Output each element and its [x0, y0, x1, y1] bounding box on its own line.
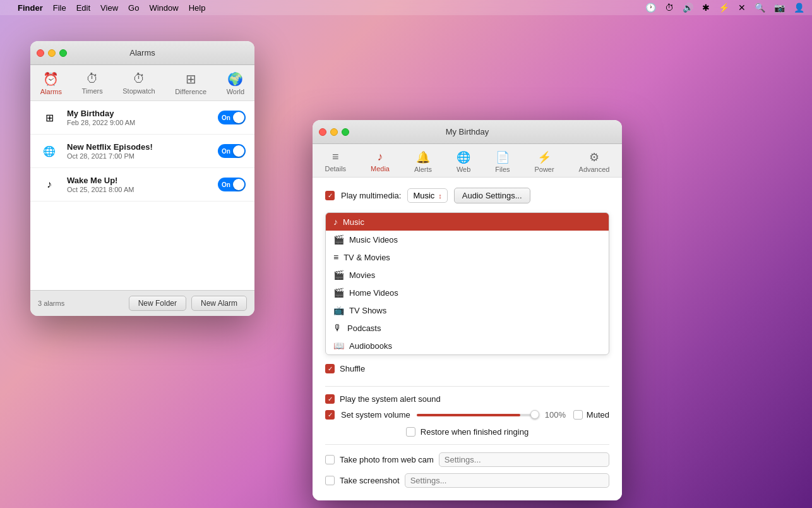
play-alert-checkbox[interactable]: ✓	[325, 394, 335, 404]
tab-files[interactable]: 📄 Files	[489, 149, 516, 174]
podcasts-label: Podcasts	[347, 324, 381, 333]
webcam-settings-field[interactable]	[439, 452, 609, 467]
list-item[interactable]: ≡ TV & Movies	[326, 248, 609, 266]
alarm-info: My Birthday Feb 28, 2022 9:00 AM	[67, 109, 210, 126]
new-folder-button[interactable]: New Folder	[129, 296, 186, 311]
tab-details[interactable]: ≡ Details	[318, 149, 352, 174]
menubar-finder[interactable]: Finder	[18, 3, 43, 13]
movies-label: Movies	[349, 270, 375, 280]
birthday-content: ✓ Play multimedia: Music ↕ Audio Setting…	[313, 178, 622, 500]
alarm-toggle-2[interactable]: On	[218, 178, 246, 191]
menubar-go[interactable]: Go	[128, 3, 139, 13]
volume-fill	[417, 414, 520, 416]
menubar-edit[interactable]: Edit	[76, 3, 90, 13]
audio-settings-button[interactable]: Audio Settings...	[454, 188, 530, 203]
volume-checkbox[interactable]: ✓	[325, 410, 335, 420]
alarm-info: New Netflix Episodes! Oct 28, 2021 7:00 …	[67, 142, 210, 160]
tab-advanced[interactable]: ⚙ Advanced	[573, 149, 616, 174]
screenshot-settings-field[interactable]	[405, 473, 609, 488]
alarm-music-icon: ♪	[39, 174, 59, 195]
alarms-title: Alarms	[129, 48, 155, 57]
media-type-dropdown[interactable]: Music ↕	[407, 188, 447, 203]
stopwatch-label: Stopwatch	[122, 87, 155, 95]
webcam-row: Take photo from web cam	[325, 452, 609, 467]
restore-checkbox[interactable]	[406, 427, 415, 437]
timer-icon: ⏱	[665, 3, 674, 13]
webcam-checkbox[interactable]	[325, 455, 335, 464]
alarm-toggle-1[interactable]: On	[218, 144, 246, 158]
table-row[interactable]: ♪ Wake Me Up! Oct 25, 2021 8:00 AM On	[30, 168, 254, 202]
audiobooks-icon: 📖	[333, 341, 344, 351]
new-alarm-button[interactable]: New Alarm	[191, 296, 247, 311]
toolbar-world[interactable]: 🌍 World	[222, 70, 250, 97]
list-item[interactable]: 📺 TV Shows	[326, 301, 609, 319]
menubar-view[interactable]: View	[100, 3, 118, 13]
tab-alerts[interactable]: 🔔 Alerts	[408, 149, 438, 174]
list-item[interactable]: 🎬 Movies	[326, 266, 609, 284]
alarm-info: Wake Me Up! Oct 25, 2021 8:00 AM	[67, 176, 210, 193]
list-item[interactable]: 📖 Audiobooks	[326, 337, 609, 354]
toolbar-stopwatch[interactable]: ⏱ Stopwatch	[117, 70, 160, 97]
toggle-knob	[233, 179, 244, 190]
volume-track	[417, 414, 539, 416]
search-icon[interactable]: 🔍	[755, 3, 765, 13]
alarms-icon: ⏰	[43, 71, 59, 87]
home-videos-label: Home Videos	[349, 288, 398, 298]
alarm-toggle-0[interactable]: On	[218, 111, 246, 124]
birthday-traffic-lights	[319, 128, 349, 136]
alarm-date: Oct 28, 2021 7:00 PM	[67, 152, 210, 160]
alerts-icon: 🔔	[416, 150, 430, 164]
tab-media[interactable]: ♪ Media	[364, 149, 396, 174]
list-item[interactable]: 🎬 Music Videos	[326, 231, 609, 248]
list-item[interactable]: ♪ Music	[326, 213, 609, 231]
volume-label: Set system volume	[341, 410, 410, 420]
muted-checkbox[interactable]	[573, 410, 583, 420]
toolbar-difference[interactable]: ⊞ Difference	[170, 70, 212, 97]
files-label: Files	[495, 166, 510, 173]
birthday-maximize-button[interactable]	[342, 128, 349, 136]
volume-icon[interactable]: 🔊	[683, 3, 693, 13]
difference-icon: ⊞	[186, 71, 196, 87]
restore-row: Restore when finished ringing	[325, 427, 609, 437]
shuffle-checkbox[interactable]: ✓	[325, 364, 335, 373]
screenshot-row: Take screenshot	[325, 473, 609, 488]
alarm-list: ⊞ My Birthday Feb 28, 2022 9:00 AM On 🌐 …	[30, 101, 254, 290]
list-item[interactable]: 🎬 Home Videos	[326, 284, 609, 301]
menubar-window[interactable]: Window	[149, 3, 178, 13]
volume-row: ✓ Set system volume 100% Muted	[325, 410, 609, 420]
advanced-icon: ⚙	[589, 150, 599, 164]
media-options-list: ♪ Music 🎬 Music Videos ≡ TV & Movies 🎬 M…	[325, 212, 609, 355]
list-item[interactable]: 🎙 Podcasts	[326, 319, 609, 337]
table-row[interactable]: ⊞ My Birthday Feb 28, 2022 9:00 AM On	[30, 101, 254, 135]
audiobooks-label: Audiobooks	[349, 341, 392, 351]
music-icon: ♪	[333, 217, 338, 227]
stopwatch-icon: ⏱	[133, 71, 145, 86]
tab-web[interactable]: 🌐 Web	[450, 149, 477, 174]
menubar: Finder File Edit View Go Window Help 🕐 ⏱…	[0, 0, 812, 15]
muted-label: Muted	[587, 410, 609, 420]
birthday-close-button[interactable]	[319, 128, 326, 136]
alarm-grid-icon: ⊞	[39, 107, 59, 128]
screenshot-checkbox[interactable]	[325, 476, 335, 485]
play-multimedia-checkbox[interactable]: ✓	[325, 191, 335, 200]
cast-icon: 📷	[774, 3, 785, 13]
volume-slider[interactable]	[417, 414, 539, 416]
tab-power[interactable]: ⚡ Power	[528, 149, 560, 174]
close-button[interactable]	[37, 49, 44, 57]
divider	[325, 386, 609, 387]
music-label: Music	[343, 217, 364, 227]
volume-thumb[interactable]	[530, 410, 539, 419]
traffic-lights	[37, 49, 67, 57]
menubar-help[interactable]: Help	[189, 3, 206, 13]
table-row[interactable]: 🌐 New Netflix Episodes! Oct 28, 2021 7:0…	[30, 135, 254, 168]
menubar-file[interactable]: File	[53, 3, 66, 13]
toggle-knob	[233, 112, 244, 123]
minimize-button[interactable]	[48, 49, 56, 57]
tv-shows-icon: 📺	[333, 305, 344, 315]
maximize-button[interactable]	[59, 49, 67, 57]
divider-2	[325, 444, 609, 445]
difference-label: Difference	[175, 88, 206, 95]
toolbar-alarms[interactable]: ⏰ Alarms	[35, 70, 67, 97]
birthday-minimize-button[interactable]	[330, 128, 338, 136]
toolbar-timers[interactable]: ⏱ Timers	[77, 70, 108, 97]
